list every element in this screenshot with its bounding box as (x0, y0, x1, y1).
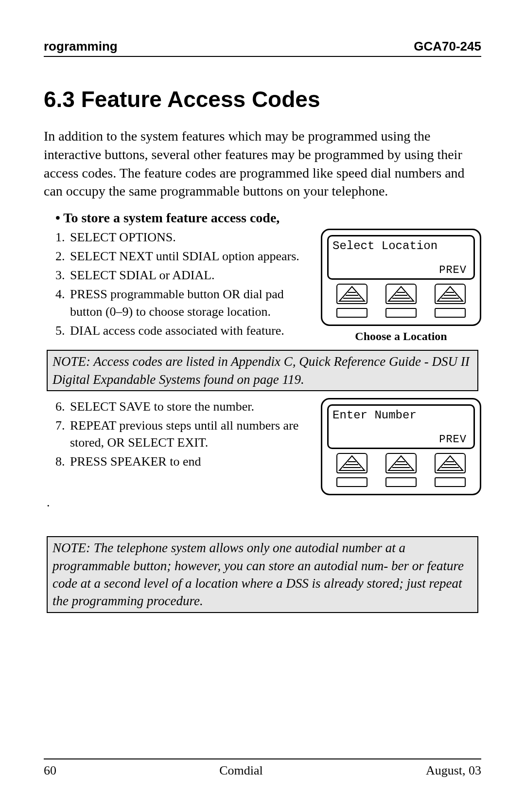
section-title: 6.3 Feature Access Codes (44, 86, 481, 112)
footer-date: August, 03 (426, 763, 481, 778)
lcd-screen-a: Select Location PREV (327, 235, 475, 280)
softkey-icon (385, 453, 417, 473)
note-box-b: NOTE: The telephone system allows only o… (47, 536, 478, 613)
figure-a: Select Location PREV (321, 229, 481, 343)
softkey-row-b (327, 453, 475, 473)
header-right: GCA70-245 (414, 39, 481, 54)
svg-marker-4 (388, 287, 414, 301)
step-1: SELECT OPTIONS. (68, 229, 307, 246)
hardkey-icon (435, 308, 466, 318)
hardkey-icon (336, 477, 368, 487)
svg-marker-12 (339, 456, 365, 470)
step-6: SELECT SAVE to store the number. (68, 398, 307, 415)
terminating-dot: . (47, 495, 481, 510)
softkey-icon (385, 284, 417, 304)
svg-marker-8 (438, 287, 463, 301)
lcd-line1-a: Select Location (332, 239, 470, 253)
step-7: REPEAT previous steps until all numbers … (68, 417, 307, 451)
steps-list-a: SELECT OPTIONS. SELECT NEXT until SDIAL … (68, 229, 307, 341)
softkey-row-a (327, 284, 475, 304)
softkey-icon (435, 453, 466, 473)
lcd-screen-b: Enter Number PREV (327, 404, 475, 449)
step-2: SELECT NEXT until SDIAL option appears. (68, 248, 307, 265)
intro-paragraph: In addition to the system features which… (44, 127, 481, 200)
hardkey-icon (385, 308, 417, 318)
figure-b: Enter Number PREV (321, 398, 481, 495)
step-4: PRESS programmable button OR dial pad bu… (68, 286, 307, 320)
hardkey-icon (336, 308, 368, 318)
step-3: SELECT SDIAL or ADIAL. (68, 267, 307, 284)
lcd-line2-b: PREV (332, 433, 470, 446)
footer-center: Comdial (219, 763, 263, 778)
softkey-icon (336, 284, 368, 304)
svg-marker-0 (339, 287, 365, 301)
figure-caption-a: Choose a Location (321, 330, 481, 343)
softkey-icon (435, 284, 466, 304)
page-footer: 60 Comdial August, 03 (44, 758, 481, 778)
steps-list-b: SELECT SAVE to store the number. REPEAT … (68, 398, 307, 472)
procedure-subhead: To store a system feature access code, (55, 210, 481, 226)
phone-display-b: Enter Number PREV (321, 398, 481, 495)
running-header: rogramming GCA70-245 (44, 39, 481, 57)
hardkey-row-a (327, 308, 475, 318)
lcd-line1-b: Enter Number (332, 409, 470, 422)
lcd-line2-a: PREV (332, 264, 470, 276)
hardkey-row-b (327, 477, 475, 487)
page-number: 60 (44, 763, 56, 778)
svg-marker-16 (388, 456, 414, 470)
phone-display-a: Select Location PREV (321, 229, 481, 326)
svg-marker-20 (438, 456, 463, 470)
hardkey-icon (385, 477, 417, 487)
hardkey-icon (435, 477, 466, 487)
step-8: PRESS SPEAKER to end (68, 453, 307, 470)
header-left: rogramming (44, 39, 118, 54)
note-box-a: NOTE: Access codes are listed in Appendi… (47, 350, 478, 391)
step-5: DIAL access code associated with feature… (68, 322, 307, 339)
softkey-icon (336, 453, 368, 473)
